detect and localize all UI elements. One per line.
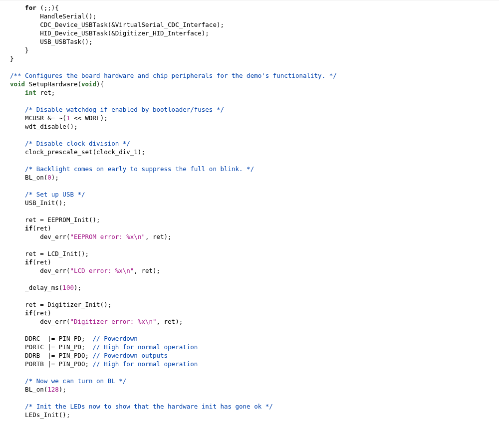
code-text: PORTC |= PIN_PD; [10, 343, 93, 351]
code-text: , ret); [134, 267, 160, 274]
code-text: (ret) [32, 224, 51, 232]
number: 100 [62, 284, 74, 291]
code-text: CDC_Device_USBTask(&VirtualSerial_CDC_In… [10, 21, 224, 28]
code-text: HandleSerial(); [10, 12, 96, 20]
comment: // High for normal operation [93, 343, 198, 351]
comment: /* Disable watchdog if enabled by bootlo… [25, 106, 224, 113]
comment: /* Backlight comes on early to suppress … [25, 165, 254, 173]
number: 0 [47, 174, 51, 181]
code-text: DDRC |= PIN_PD; [10, 335, 93, 342]
code-text: ); [51, 174, 59, 181]
code-block: for (;;){ HandleSerial(); CDC_Device_USB… [0, 0, 499, 429]
code-text: (;;){ [36, 4, 59, 11]
comment: /* Disable clock division */ [25, 140, 130, 147]
keyword-if: if [25, 224, 32, 232]
code-text: ret = LCD_Init(); [10, 250, 89, 257]
code-text: SetupHardware( [25, 80, 81, 88]
code-text: dev_err( [10, 318, 70, 325]
keyword-void-param: void [81, 80, 96, 88]
code-text: ); [74, 284, 81, 291]
code-text: ); [59, 386, 66, 393]
code-text: USB_Init(); [10, 199, 66, 207]
code-text: } [10, 46, 29, 54]
code-text: << WDRF); [70, 114, 107, 122]
comment: /* Init the LEDs now to show that the ha… [25, 403, 273, 410]
code-text: _delay_ms( [10, 284, 62, 291]
code-text: } [10, 55, 14, 62]
string: "Digitizer error: %x\n" [70, 318, 156, 325]
comment: // High for normal operation [93, 360, 198, 368]
code-text: dev_err( [10, 233, 70, 240]
code-text: dev_err( [10, 267, 70, 274]
code-text: MCUSR &= ~( [10, 114, 66, 122]
code-text: , ret); [157, 318, 183, 325]
code-text: clock_prescale_set(clock_div_1); [10, 148, 145, 156]
code-text: wdt_disable(); [10, 123, 77, 130]
code-text: LEDs_Init(); [10, 411, 70, 419]
number: 128 [47, 386, 59, 393]
code-text: USB_USBTask(); [10, 38, 93, 45]
keyword-for: for [25, 4, 36, 11]
code-text: ){ [96, 80, 104, 88]
code-text: ret = Digitizer_Init(); [10, 301, 111, 308]
comment: /** Configures the board hardware and ch… [10, 72, 337, 79]
code-text: ret; [36, 89, 55, 96]
comment: /* Now we can turn on BL */ [25, 377, 126, 385]
code-text: DDRB |= PIN_PDO; [10, 352, 93, 359]
code-text: BL_on( [10, 386, 47, 393]
keyword-int: int [25, 89, 36, 96]
code-text: (ret) [32, 309, 51, 317]
keyword-void: void [10, 80, 25, 88]
comment: /* Set up USB */ [25, 191, 85, 198]
string: "LCD error: %x\n" [70, 267, 134, 274]
comment: // Powerdown [93, 335, 138, 342]
string: "EEPROM error: %x\n" [70, 233, 145, 240]
code-text: BL_on( [10, 174, 47, 181]
keyword-if: if [25, 258, 32, 266]
comment: // Powerdown outputs [93, 352, 168, 359]
keyword-if: if [25, 309, 32, 317]
code-text: , ret); [145, 233, 172, 240]
code-text: HID_Device_USBTask(&Digitizer_HID_Interf… [10, 29, 209, 37]
code-text: (ret) [32, 258, 51, 266]
code-text: ret = EEPROM_Init(); [10, 216, 100, 224]
code-text: PORTB |= PIN_PDO; [10, 360, 93, 368]
